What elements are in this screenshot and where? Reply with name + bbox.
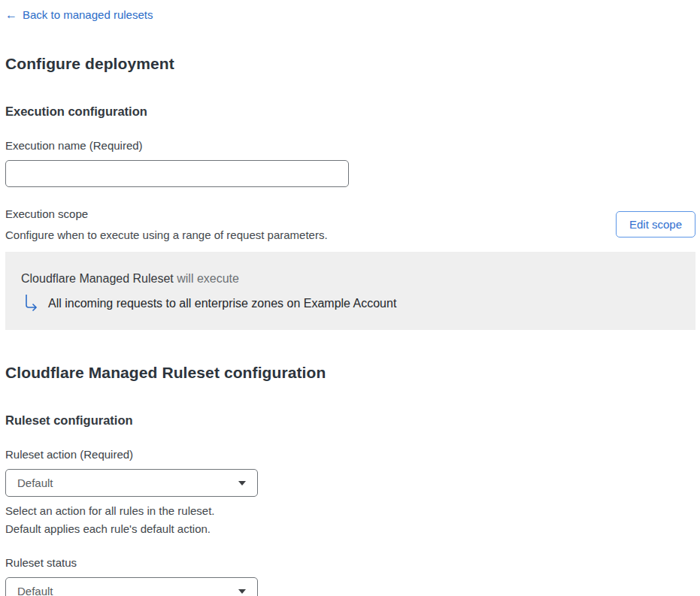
execution-summary-panel: Cloudflare Managed Ruleset will execute … — [5, 252, 695, 330]
elbow-arrow-icon — [23, 294, 39, 312]
ruleset-status-label: Ruleset status — [5, 555, 695, 570]
chevron-down-icon — [238, 481, 246, 486]
scope-value-text: All incoming requests to all enterprise … — [48, 295, 396, 312]
execution-name-label: Execution name (Required) — [5, 138, 695, 153]
ruleset-action-help-2: Default applies each rule's default acti… — [5, 522, 695, 536]
ruleset-status-value: Default — [17, 585, 53, 596]
execution-scope-text: Execution scope Configure when to execut… — [5, 207, 328, 242]
back-link-label: Back to managed rulesets — [23, 8, 153, 22]
ruleset-configuration-title: Cloudflare Managed Ruleset configuration — [5, 362, 695, 383]
back-arrow-icon: ← — [5, 9, 17, 21]
page-title: Configure deployment — [5, 53, 695, 74]
ruleset-action-select[interactable]: Default — [5, 469, 258, 497]
ruleset-action-value: Default — [17, 476, 53, 489]
ruleset-configuration-subheading: Ruleset configuration — [5, 413, 695, 428]
configure-deployment-page: ← Back to managed rulesets Configure dep… — [0, 0, 700, 596]
ruleset-status-select[interactable]: Default — [5, 577, 258, 596]
ruleset-action-help-1: Select an action for all rules in the ru… — [5, 504, 695, 518]
execution-summary-scope: All incoming requests to all enterprise … — [23, 295, 680, 312]
back-to-managed-rulesets-link[interactable]: ← Back to managed rulesets — [5, 8, 153, 22]
ruleset-action-label: Ruleset action (Required) — [5, 447, 695, 461]
execution-scope-row: Execution scope Configure when to execut… — [5, 207, 695, 242]
execution-scope-label: Execution scope — [5, 207, 328, 221]
edit-scope-button[interactable]: Edit scope — [616, 211, 695, 237]
chevron-down-icon — [238, 589, 246, 594]
ruleset-name-text: Cloudflare Managed Ruleset — [21, 272, 174, 285]
execution-name-input[interactable] — [5, 160, 349, 187]
will-execute-text: will execute — [177, 272, 239, 285]
execution-scope-description: Configure when to execute using a range … — [5, 228, 328, 242]
execution-summary-headline: Cloudflare Managed Ruleset will execute — [21, 271, 680, 286]
execution-configuration-heading: Execution configuration — [5, 104, 695, 120]
